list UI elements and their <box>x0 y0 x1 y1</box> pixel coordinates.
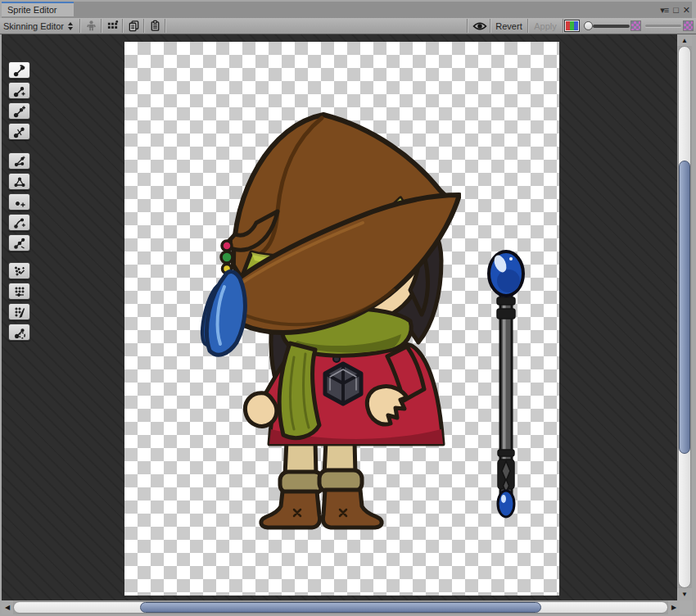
tab-strip: Sprite Editor ▾≡ □ ✕ <box>2 2 692 18</box>
apply-label: Apply <box>534 21 557 31</box>
tool-preview-pose-button[interactable] <box>8 61 30 79</box>
scroll-up-icon[interactable]: ▲ <box>677 34 692 46</box>
tool-edit-bone-button[interactable] <box>8 82 30 99</box>
skinning-tool-palette <box>8 61 30 344</box>
tool-split-edge-button[interactable] <box>8 234 30 251</box>
maximize-icon[interactable]: □ <box>673 3 678 16</box>
character-sprite[interactable] <box>199 103 461 531</box>
mip-slider-track[interactable] <box>645 25 681 27</box>
tool-create-edge-button[interactable] <box>8 214 30 231</box>
tool-group-geometry <box>8 152 30 251</box>
tool-auto-geometry-button[interactable] <box>8 152 30 170</box>
horizontal-scroll-thumb[interactable] <box>140 602 541 613</box>
horizontal-scrollbar[interactable]: ◀ ▶ <box>2 600 680 614</box>
tool-create-bone-button[interactable] <box>8 102 30 120</box>
tool-group-weights <box>8 262 30 341</box>
toolbar: Skinning Editor <box>0 18 696 34</box>
mode-dropdown[interactable]: Skinning Editor <box>3 18 73 34</box>
window-controls: ▾≡ □ ✕ <box>660 3 689 16</box>
scrollbar-corner <box>680 600 693 614</box>
scroll-right-icon[interactable]: ▶ <box>668 600 680 614</box>
revert-button[interactable]: Revert <box>491 18 527 34</box>
tab-title: Sprite Editor <box>7 5 57 15</box>
tool-edit-geometry-button[interactable] <box>8 173 30 190</box>
vertical-scroll-track[interactable] <box>678 46 691 588</box>
window-menu-icon[interactable]: ▾≡ <box>660 3 668 16</box>
paste-icon[interactable] <box>147 18 164 34</box>
tool-bone-influence-button[interactable] <box>8 324 30 341</box>
tool-weight-slider-button[interactable] <box>8 283 30 300</box>
visibility-eye-icon[interactable] <box>470 18 490 34</box>
editor-viewport <box>2 34 677 600</box>
scroll-left-icon[interactable]: ◀ <box>2 600 13 614</box>
apply-button[interactable]: Apply <box>529 18 562 34</box>
horizontal-scroll-track[interactable] <box>13 601 668 614</box>
vertical-scroll-thumb[interactable] <box>679 161 690 454</box>
tool-create-vertex-button[interactable] <box>8 193 30 211</box>
copy-icon[interactable] <box>125 18 142 34</box>
staff-sprite[interactable] <box>486 248 527 520</box>
zoom-slider-track[interactable] <box>593 25 630 28</box>
mip-texture-icon <box>683 20 694 31</box>
tool-split-bone-button[interactable] <box>8 123 30 140</box>
zoom-slider-knob[interactable] <box>584 21 593 30</box>
revert-label: Revert <box>495 21 522 31</box>
scroll-down-icon[interactable]: ▼ <box>677 588 692 600</box>
mip-texture-icon <box>630 20 641 31</box>
close-icon[interactable]: ✕ <box>683 3 689 16</box>
updown-arrows-icon <box>68 22 73 30</box>
pose-doll-icon <box>83 18 100 34</box>
sprite-frames-icon[interactable] <box>104 18 121 34</box>
mode-dropdown-label: Skinning Editor <box>3 21 64 31</box>
tool-auto-weights-button[interactable] <box>8 262 30 279</box>
rgb-channels-icon[interactable] <box>565 18 579 34</box>
vertical-scrollbar[interactable]: ▲ ▼ <box>677 34 692 600</box>
tool-weight-brush-button[interactable] <box>8 303 30 320</box>
tab-sprite-editor[interactable]: Sprite Editor <box>2 2 74 16</box>
tool-group-bones <box>8 61 30 140</box>
